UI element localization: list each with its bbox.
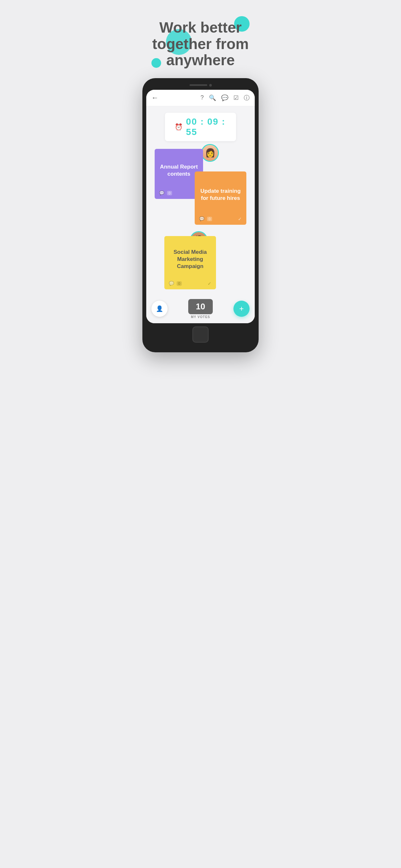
cards-area: 👩 Annual Report contents 💬 0: [151, 149, 250, 298]
comment-icon: 💬: [159, 190, 164, 195]
check-icon-3: ✓: [208, 281, 212, 286]
card-annual-report-text: Annual Report contents: [159, 153, 198, 188]
hero-section: Work better together from anywhere: [134, 6, 267, 78]
search-icon[interactable]: 🔍: [209, 94, 216, 101]
header-icons: ? 🔍 💬 ☑ ⓘ: [201, 94, 250, 102]
app-content: ⏰ 00 : 09 : 55 👩 Annual Report contents: [146, 106, 255, 323]
hero-title: Work better together from anywhere: [143, 20, 258, 68]
card-footer-left-3: 💬 0: [169, 281, 182, 286]
calendar-icon[interactable]: ☑: [234, 94, 239, 101]
check-icon-2: ✓: [238, 216, 242, 221]
comment-count-2: 0: [207, 217, 212, 221]
card-footer-left-2: 💬 0: [199, 216, 212, 221]
add-person-icon: 👤: [156, 305, 163, 312]
card-social-footer: 💬 0 ✓: [169, 281, 212, 286]
card-update-training-text: Update training for future hires: [199, 176, 242, 214]
comment-count: 0: [167, 191, 172, 195]
card-training-footer: 💬 0 ✓: [199, 216, 242, 221]
back-button[interactable]: ←: [151, 94, 158, 102]
info-icon[interactable]: ⓘ: [244, 94, 250, 102]
card-annual-report-footer: 💬 0 ✓: [159, 190, 198, 196]
votes-number: 10: [196, 302, 205, 312]
card-social-media[interactable]: Social Media Marketing Campaign 💬 0 ✓: [164, 236, 216, 289]
timer-icon: ⏰: [175, 123, 183, 131]
avatar-1: 👩: [201, 144, 219, 162]
phone-screen: ← ? 🔍 💬 ☑ ⓘ ⏰ 00 : 09 : 55: [146, 90, 255, 323]
timer-display: 00 : 09 : 55: [186, 117, 226, 137]
phone-camera: [209, 84, 212, 87]
page-wrapper: Work better together from anywhere ← ? 🔍…: [134, 6, 267, 352]
chat-icon[interactable]: 💬: [221, 94, 228, 101]
avatar-face-1: 👩: [202, 145, 218, 161]
app-bottom-bar: 👤 10 MY VOTES +: [146, 296, 255, 323]
card-footer-left: 💬 0: [159, 190, 172, 195]
phone-speaker: [189, 84, 207, 86]
comment-icon-2: 💬: [199, 216, 204, 221]
votes-box: 10 MY VOTES: [188, 299, 213, 319]
add-card-button[interactable]: +: [234, 301, 250, 317]
plus-icon: +: [239, 304, 244, 313]
comment-count-3: 0: [177, 281, 182, 286]
votes-count-box: 10: [188, 299, 213, 314]
timer-box: ⏰ 00 : 09 : 55: [165, 113, 236, 141]
phone-notch: [146, 84, 255, 87]
comment-icon-3: 💬: [169, 281, 174, 286]
card-update-training[interactable]: Update training for future hires 💬 0 ✓: [195, 172, 246, 225]
phone-device: ← ? 🔍 💬 ☑ ⓘ ⏰ 00 : 09 : 55: [143, 78, 258, 352]
phone-home-button[interactable]: [192, 327, 209, 343]
help-icon[interactable]: ?: [201, 94, 204, 101]
app-header: ← ? 🔍 💬 ☑ ⓘ: [146, 90, 255, 106]
add-person-button[interactable]: 👤: [151, 301, 167, 317]
card-social-media-text: Social Media Marketing Campaign: [169, 241, 212, 278]
votes-label: MY VOTES: [191, 315, 210, 319]
